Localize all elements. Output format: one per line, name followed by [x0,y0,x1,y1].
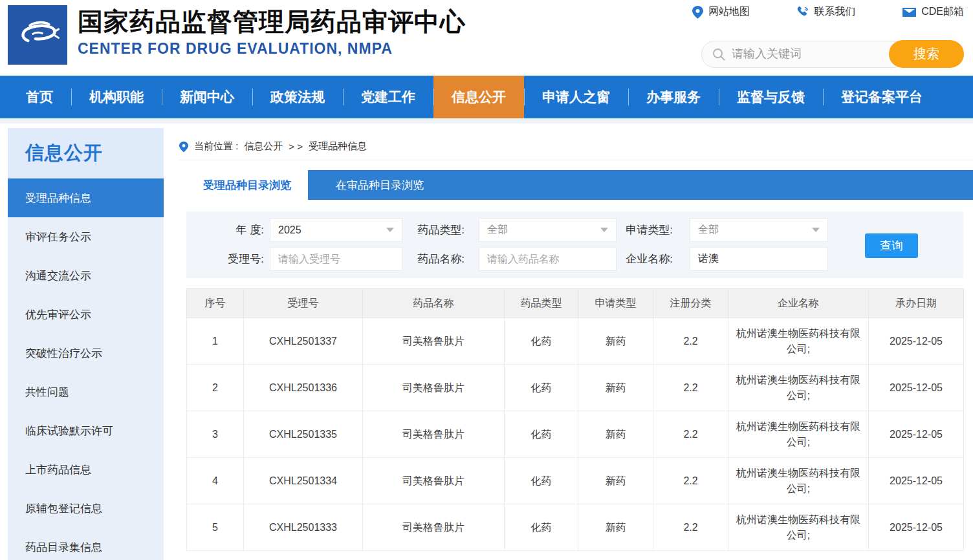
sidebar-item-priority-review[interactable]: 优先审评公示 [8,295,164,334]
sidebar-item-accepted-varieties[interactable]: 受理品种信息 [8,178,164,217]
nav-item-policy[interactable]: 政策法规 [252,76,343,118]
site-titles: 国家药品监督管理局药品审评中心 CENTER FOR DRUG EVALUATI… [78,5,466,58]
company-input[interactable] [698,253,820,265]
table-row: 5 CXHL2501333 司美格鲁肽片 化药 新药 2.2 杭州诺澳生物医药科… [187,504,964,551]
cell-drug-name: 司美格鲁肽片 [363,504,505,551]
link-contact-label: 联系我们 [814,5,856,19]
nav-item-info-disclosure[interactable]: 信息公开 [433,76,524,118]
nav-bottom-strip [0,118,973,124]
nav-item-applicant[interactable]: 申请人之窗 [524,76,628,118]
header-searchbar: 搜索 [701,40,964,68]
col-header-drug-type: 药品类型 [505,289,578,318]
sidebar-item-marketed-drugs[interactable]: 上市药品信息 [8,450,164,489]
year-value: 2025 [278,224,301,236]
sidebar-item-excipients-registration[interactable]: 原辅包登记信息 [8,489,164,528]
page: 国家药品监督管理局药品审评中心 CENTER FOR DRUG EVALUATI… [0,0,973,560]
search-icon [712,48,725,61]
cell-apply-type: 新药 [578,504,653,551]
search-input[interactable] [732,47,880,61]
col-header-index: 序号 [187,289,244,318]
quick-links: 网站地图 联系我们 CDE邮箱 [692,5,964,19]
nav-item-services[interactable]: 办事服务 [628,76,719,118]
query-button[interactable]: 查询 [865,233,918,258]
acceptance-no-label: 受理号: [186,247,264,271]
cell-reg-class: 2.2 [653,411,728,458]
year-label: 年 度: [186,218,264,242]
cell-drug-type: 化药 [505,411,578,458]
drug-type-label: 药品类型: [371,218,465,242]
site-header: 国家药品监督管理局药品审评中心 CENTER FOR DRUG EVALUATI… [0,0,973,76]
cell-drug-name: 司美格鲁肽片 [363,365,505,411]
main-content: 当前位置 : 信息公开 > > 受理品种信息 受理品种目录浏览 在审品种目录浏览… [175,128,973,560]
cell-drug-name: 司美格鲁肽片 [363,318,505,365]
cell-index: 2 [187,365,244,411]
cell-apply-type: 新药 [578,411,653,458]
table-row: 3 CXHL2501335 司美格鲁肽片 化药 新药 2.2 杭州诺澳生物医药科… [187,411,964,458]
cell-index: 4 [187,458,244,504]
nav-item-supervision[interactable]: 监督与反馈 [719,76,823,118]
filter-panel: 年 度: 2025 药品类型: 全部 申请类型: 全部 受理号: 药品名称: [186,211,963,278]
map-pin-icon [692,6,703,19]
sidebar: 信息公开 受理品种信息 审评任务公示 沟通交流公示 优先审评公示 突破性治疗公示… [8,128,164,560]
apply-type-select[interactable]: 全部 [690,218,828,242]
cell-index: 1 [187,318,244,365]
cell-company: 杭州诺澳生物医药科技有限公司; [728,504,869,551]
sidebar-item-clinical-trial-approval[interactable]: 临床试验默示许可 [8,411,164,450]
company-label: 企业名称: [581,247,673,271]
sidebar-item-communication[interactable]: 沟通交流公示 [8,256,164,295]
location-pin-icon [179,141,188,153]
cell-drug-name: 司美格鲁肽片 [363,411,505,458]
phone-icon [797,6,809,18]
link-contact[interactable]: 联系我们 [797,5,856,19]
tab-bar: 受理品种目录浏览 在审品种目录浏览 [186,170,973,200]
nav-item-registration-platform[interactable]: 登记备案平台 [823,76,941,118]
tab-under-review-catalog[interactable]: 在审品种目录浏览 [308,170,452,200]
cell-date: 2025-12-05 [869,365,964,411]
results-table: 序号 受理号 药品名称 药品类型 申请类型 注册分类 企业名称 承办日期 1 C… [186,288,964,551]
cell-index: 5 [187,504,244,551]
search-input-wrap [701,41,907,68]
cell-date: 2025-12-05 [869,458,964,504]
envelope-icon [902,7,916,17]
col-header-date: 承办日期 [869,289,964,318]
nav-item-party[interactable]: 党建工作 [343,76,433,118]
link-sitemap[interactable]: 网站地图 [692,5,750,19]
cde-logo [8,5,67,65]
cell-reg-class: 2.2 [653,458,728,504]
site-title-en: CENTER FOR DRUG EVALUATION, NMPA [78,40,466,58]
sidebar-item-common-issues[interactable]: 共性问题 [8,372,164,411]
sidebar-item-drug-catalog[interactable]: 药品目录集信息 [8,528,164,560]
sidebar-title: 信息公开 [8,128,164,178]
cell-apply-type: 新药 [578,458,653,504]
breadcrumb-prefix: 当前位置 : [194,140,238,153]
col-header-apply-type: 申请类型 [578,289,653,318]
cell-company: 杭州诺澳生物医药科技有限公司; [728,458,869,504]
breadcrumb-section-link[interactable]: 信息公开 [244,140,283,153]
cell-acceptance-no: CXHL2501333 [244,504,363,551]
tab-accepted-catalog[interactable]: 受理品种目录浏览 [186,170,308,200]
link-cde-mail[interactable]: CDE邮箱 [902,5,964,19]
sidebar-item-review-tasks[interactable]: 审评任务公示 [8,217,164,256]
main-nav: 首页 机构职能 新闻中心 政策法规 党建工作 信息公开 申请人之窗 办事服务 监… [0,76,973,118]
nav-item-functions[interactable]: 机构职能 [71,76,162,118]
cell-company: 杭州诺澳生物医药科技有限公司; [728,318,869,365]
cell-drug-type: 化药 [505,504,578,551]
cell-drug-name: 司美格鲁肽片 [363,458,505,504]
search-button[interactable]: 搜索 [889,40,964,68]
table-row: 4 CXHL2501334 司美格鲁肽片 化药 新药 2.2 杭州诺澳生物医药科… [187,458,964,504]
apply-type-value: 全部 [698,223,719,237]
table-row: 2 CXHL2501336 司美格鲁肽片 化药 新药 2.2 杭州诺澳生物医药科… [187,365,964,411]
sidebar-item-breakthrough-therapy[interactable]: 突破性治疗公示 [8,334,164,372]
cell-date: 2025-12-05 [869,411,964,458]
cell-index: 3 [187,411,244,458]
nav-item-news[interactable]: 新闻中心 [162,76,252,118]
col-header-acceptance-no: 受理号 [244,289,363,318]
cell-date: 2025-12-05 [869,318,964,365]
col-header-company: 企业名称 [728,289,869,318]
cell-apply-type: 新药 [578,318,653,365]
chevron-down-icon [812,228,820,232]
cell-apply-type: 新药 [578,365,653,411]
cell-acceptance-no: CXHL2501337 [244,318,363,365]
nav-item-home[interactable]: 首页 [8,76,71,118]
site-title-cn: 国家药品监督管理局药品审评中心 [78,5,466,39]
